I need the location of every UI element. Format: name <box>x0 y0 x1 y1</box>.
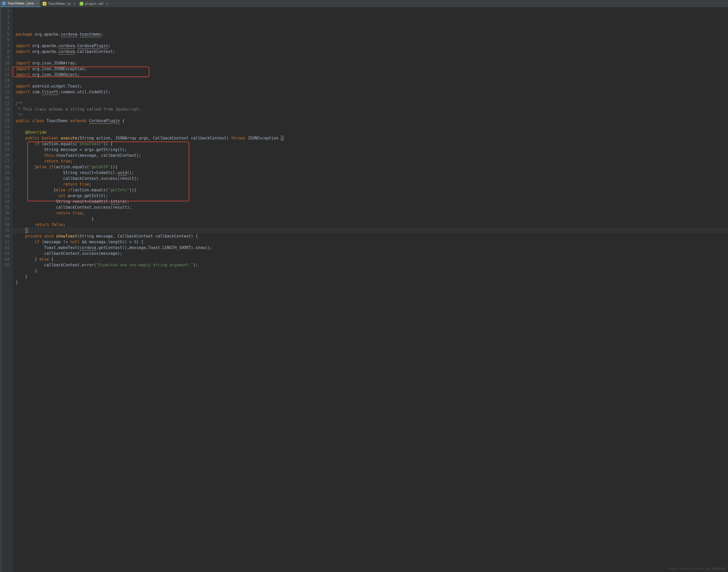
line-number: 5 <box>4 31 9 37</box>
xml-file-icon: X <box>80 2 83 5</box>
code-line[interactable]: * This class echoes a string called from… <box>13 106 728 112</box>
js-file-icon: JS <box>43 2 47 5</box>
line-number: 10 <box>4 60 9 66</box>
code-line[interactable]: } <box>13 268 728 274</box>
code-line[interactable]: } <box>13 227 728 233</box>
code-line[interactable]: import android.widget.Toast; <box>13 83 728 89</box>
line-number: 6 <box>4 37 9 43</box>
line-number: 34 <box>4 199 9 205</box>
tab-toastdemo-java[interactable]: J ToastDemo.java × <box>0 0 41 7</box>
editor-area[interactable]: 1234567891011121314151617181920212223242… <box>0 7 728 572</box>
code-line[interactable]: }else if(action.equals("getUUID")){ <box>13 164 728 170</box>
code-line[interactable]: import org.json.JSONArray; <box>13 60 728 66</box>
ide-window: J ToastDemo.java × JS ToastDemo.js × X p… <box>0 0 728 572</box>
line-number: 38 <box>4 222 9 227</box>
code-line[interactable]: return false; <box>13 222 728 227</box>
code-line[interactable]: import org.json.JSONObject; <box>13 72 728 78</box>
code-line[interactable]: } <box>13 279 728 285</box>
tab-bar: J ToastDemo.java × JS ToastDemo.js × X p… <box>0 0 728 7</box>
code-line[interactable] <box>13 78 728 83</box>
code-line[interactable]: return true; <box>13 158 728 164</box>
code-line[interactable]: import com.llisoft.common.util.CodeUtil; <box>13 89 728 95</box>
line-number: 11 <box>4 66 9 72</box>
line-number: 31 <box>4 182 9 187</box>
line-number: 1 <box>4 8 9 14</box>
line-number: 40 <box>4 233 9 239</box>
code-line[interactable]: String result=CodeUtil.ints(a); <box>13 199 728 205</box>
code-line[interactable]: this.showToast(message, callbackContext)… <box>13 153 728 158</box>
code-line[interactable]: public boolean execute(String action, JS… <box>13 135 728 141</box>
line-number: 35 <box>4 205 9 210</box>
line-number: 18 <box>4 106 9 112</box>
line-number: 15 <box>4 89 9 95</box>
close-icon[interactable]: × <box>36 2 38 5</box>
line-number: 37 <box>4 216 9 222</box>
line-number: 45 <box>4 262 9 268</box>
line-number: 29 <box>4 170 9 175</box>
line-number: 44 <box>4 257 9 262</box>
tab-toastdemo-js[interactable]: JS ToastDemo.js × <box>41 0 78 7</box>
tab-label: ToastDemo.java <box>7 2 34 5</box>
code-line[interactable]: if (message != null && message.length() … <box>13 239 728 245</box>
code-line[interactable]: }else if(action.equals("getInts")){ <box>13 187 728 193</box>
line-number: 39 <box>4 227 9 233</box>
code-line[interactable]: */ <box>13 112 728 118</box>
code-line[interactable]: @Override <box>13 130 728 135</box>
line-number: 25 <box>4 147 9 153</box>
code-line[interactable]: return true; <box>13 182 728 187</box>
code-line[interactable] <box>13 124 728 130</box>
line-number: 19 <box>4 112 9 118</box>
line-number: 27 <box>4 158 9 164</box>
line-number: 21 <box>4 124 9 130</box>
line-number: 9 <box>4 55 9 60</box>
code-line[interactable] <box>13 95 728 101</box>
line-number: 33 <box>4 193 9 199</box>
line-number: 26 <box>4 153 9 158</box>
tab-plugin-xml[interactable]: X plugin.xml × <box>78 0 110 7</box>
line-number: 22 <box>4 130 9 135</box>
code-line[interactable]: import org.apache.cordova.CallbackContex… <box>13 49 728 55</box>
code-line[interactable]: callbackContext.success(message); <box>13 251 728 257</box>
code-line[interactable]: package org.apache.cordova.toastdemo; <box>13 31 728 37</box>
code-line[interactable]: } <box>13 216 728 222</box>
code-line[interactable] <box>13 37 728 43</box>
code-line[interactable]: private void showToast(String message, C… <box>13 233 728 239</box>
code-line[interactable]: int a=args.getInt(0); <box>13 193 728 199</box>
code-line[interactable]: if (action.equals("showToast")) { <box>13 141 728 147</box>
java-file-icon: J <box>2 2 6 5</box>
line-number: 7 <box>4 43 9 49</box>
close-icon[interactable]: × <box>107 2 108 5</box>
code-line[interactable]: callbackContext.error("Expected one non-… <box>13 262 728 268</box>
code-line[interactable]: import org.apache.cordova.CordovaPlugin; <box>13 43 728 49</box>
line-number: 17 <box>4 101 9 106</box>
code-line[interactable]: callbackContext.success(result); <box>13 175 728 182</box>
code-line[interactable]: } <box>13 274 728 279</box>
line-number: 23 <box>4 135 9 141</box>
code-content[interactable]: package org.apache.cordova.toastdemo;imp… <box>13 7 728 572</box>
code-line[interactable]: import org.json.JSONException; <box>13 66 728 72</box>
code-line[interactable]: String result=CodeUtil.uuid(); <box>13 170 728 175</box>
line-number: 43 <box>4 251 9 257</box>
tab-label: ToastDemo.js <box>48 2 71 5</box>
code-line[interactable]: } else { <box>13 257 728 262</box>
line-number-gutter: 1234567891011121314151617181920212223242… <box>2 7 13 572</box>
line-number: 24 <box>4 141 9 147</box>
line-number: 16 <box>4 95 9 101</box>
code-line[interactable]: callbackContext.success(result); <box>13 205 728 210</box>
code-line[interactable]: return true; <box>13 210 728 216</box>
line-number: 20 <box>4 118 9 124</box>
line-number: 4 <box>4 26 9 31</box>
line-number: 41 <box>4 239 9 245</box>
line-number: 2 <box>4 14 9 20</box>
code-line[interactable] <box>13 55 728 60</box>
code-line[interactable] <box>13 285 728 291</box>
code-line[interactable]: Toast.makeText(cordova.getContext(),mess… <box>13 245 728 251</box>
line-number: 32 <box>4 187 9 193</box>
code-line[interactable]: /** <box>13 101 728 106</box>
line-number: 42 <box>4 245 9 251</box>
close-icon[interactable]: × <box>73 2 75 5</box>
code-line[interactable]: public class ToastDemo extends CordovaPl… <box>13 118 728 124</box>
line-number: 12 <box>4 72 9 78</box>
code-line[interactable]: String message = args.getString(0); <box>13 147 728 153</box>
line-number: 13 <box>4 78 9 83</box>
